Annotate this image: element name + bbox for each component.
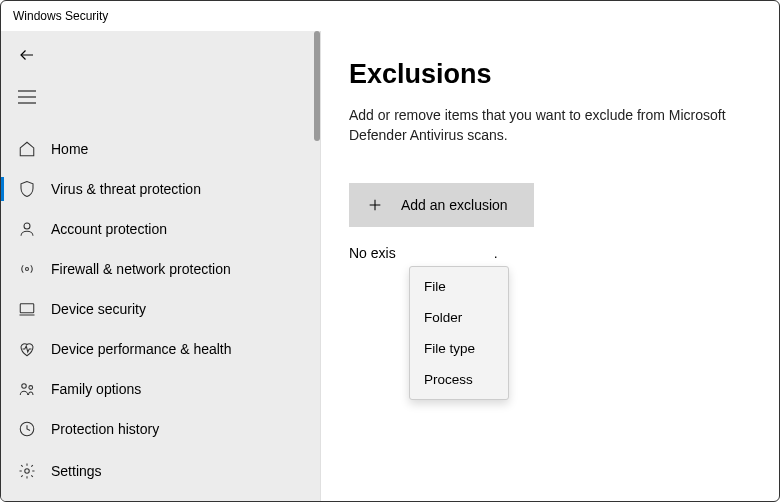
network-icon xyxy=(17,259,37,279)
nav-home[interactable]: Home xyxy=(1,129,320,169)
status-prefix: No exis xyxy=(349,245,396,261)
shield-icon xyxy=(17,179,37,199)
content-area: Home Virus & threat protection Acco xyxy=(1,31,779,501)
menu-item-process[interactable]: Process xyxy=(410,364,508,395)
menu-item-file[interactable]: File xyxy=(410,271,508,302)
titlebar: Windows Security xyxy=(1,1,779,31)
nav-label: Protection history xyxy=(51,421,159,437)
nav-label: Virus & threat protection xyxy=(51,181,201,197)
page-description: Add or remove items that you want to exc… xyxy=(349,106,749,145)
window-title: Windows Security xyxy=(13,9,108,23)
main-panel: Exclusions Add or remove items that you … xyxy=(321,31,779,501)
svg-rect-6 xyxy=(20,304,34,313)
nav-label: Account protection xyxy=(51,221,167,237)
svg-point-5 xyxy=(26,268,29,271)
svg-point-11 xyxy=(25,469,30,474)
nav-firewall[interactable]: Firewall & network protection xyxy=(1,249,320,289)
history-icon xyxy=(17,419,37,439)
nav-settings[interactable]: Settings xyxy=(1,451,320,491)
device-icon xyxy=(17,299,37,319)
menu-item-file-type[interactable]: File type xyxy=(410,333,508,364)
add-exclusion-label: Add an exclusion xyxy=(401,197,508,213)
back-arrow-icon xyxy=(18,46,36,64)
exclusions-status: No exisxxxxxxxxxxxxxx. xyxy=(349,245,751,261)
person-icon xyxy=(17,219,37,239)
menu-item-folder[interactable]: Folder xyxy=(410,302,508,333)
nav-list: Home Virus & threat protection Acco xyxy=(1,129,320,449)
svg-point-9 xyxy=(29,386,33,390)
svg-point-8 xyxy=(22,384,27,389)
status-suffix: . xyxy=(494,245,498,261)
nav-label: Firewall & network protection xyxy=(51,261,231,277)
nav-performance[interactable]: Device performance & health xyxy=(1,329,320,369)
home-icon xyxy=(17,139,37,159)
plus-icon xyxy=(367,197,383,213)
nav-family[interactable]: Family options xyxy=(1,369,320,409)
back-button[interactable] xyxy=(7,35,47,75)
nav-label: Device security xyxy=(51,301,146,317)
menu-button[interactable] xyxy=(7,77,47,117)
nav-label: Home xyxy=(51,141,88,157)
nav-label: Settings xyxy=(51,463,102,479)
sidebar: Home Virus & threat protection Acco xyxy=(1,31,321,501)
nav-label: Device performance & health xyxy=(51,341,232,357)
gear-icon xyxy=(17,461,37,481)
svg-point-4 xyxy=(24,223,30,229)
nav-protection-history[interactable]: Protection history xyxy=(1,409,320,449)
sidebar-scrollbar[interactable] xyxy=(314,31,320,141)
hamburger-icon xyxy=(18,90,36,104)
nav-device-security[interactable]: Device security xyxy=(1,289,320,329)
nav-virus-threat[interactable]: Virus & threat protection xyxy=(1,169,320,209)
heart-icon xyxy=(17,339,37,359)
nav-label: Family options xyxy=(51,381,141,397)
nav-account[interactable]: Account protection xyxy=(1,209,320,249)
add-exclusion-menu: File Folder File type Process xyxy=(409,266,509,400)
family-icon xyxy=(17,379,37,399)
add-exclusion-button[interactable]: Add an exclusion xyxy=(349,183,534,227)
page-title: Exclusions xyxy=(349,59,751,90)
